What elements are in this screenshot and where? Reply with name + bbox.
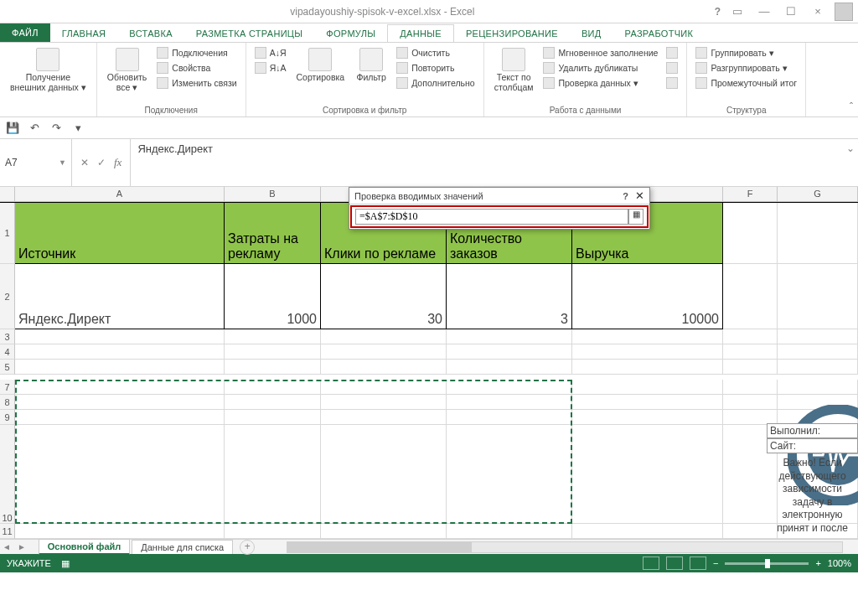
col-header-b[interactable]: B [225,187,321,201]
group-button[interactable]: Группировать ▾ [694,46,799,60]
cell-c2[interactable]: 30 [321,264,447,329]
dialog-range-input[interactable] [355,209,628,225]
minimize-icon[interactable]: — [754,3,774,20]
cell-f1[interactable] [723,203,778,264]
collapse-ribbon-icon[interactable]: ˆ [850,101,853,113]
refresh-all-button[interactable]: Обновить все ▾ [104,46,151,94]
remove-duplicates-button[interactable]: Удалить дубликаты [541,61,659,75]
what-if-button[interactable] [664,61,680,75]
row-header-7[interactable]: 7 [0,380,15,395]
connections-button[interactable]: Подключения [155,46,238,60]
zoom-slider[interactable] [725,562,809,565]
redo-icon[interactable]: ↷ [49,121,64,136]
cell-b2[interactable]: 1000 [225,264,321,329]
sort-button[interactable]: Сортировка [293,46,349,85]
ribbon-display-icon[interactable]: ▭ [727,3,747,20]
flash-fill-icon [543,47,555,59]
tab-file[interactable]: ФАЙЛ [0,23,50,42]
maximize-icon[interactable]: ☐ [781,3,801,20]
add-sheet-button[interactable]: + [240,540,255,555]
close-icon[interactable]: × [808,3,828,20]
expand-formula-bar-icon[interactable]: ⌄ [843,139,858,186]
edit-links-button[interactable]: Изменить связи [155,76,238,90]
sort-desc-button[interactable]: Я↓А [253,61,288,75]
zoom-in-icon[interactable]: + [815,558,820,568]
namebox-dropdown-icon[interactable]: ▼ [59,158,66,167]
zoom-out-icon[interactable]: − [713,558,718,568]
sheet-nav-next-icon[interactable]: ► [15,542,28,551]
zoom-level[interactable]: 100% [828,558,851,568]
row-header-9[interactable]: 9 [0,410,15,425]
consolidate-button[interactable] [664,46,680,60]
cell-a7[interactable] [15,380,225,395]
tab-review[interactable]: РЕЦЕНЗИРОВАНИЕ [454,25,570,42]
worksheet-tab-bar: ◄ ► Основной файл Данные для списка + [0,539,858,554]
view-normal-icon[interactable] [643,556,659,570]
col-header-f[interactable]: F [723,187,778,201]
cell-a3[interactable] [15,329,225,344]
tab-home[interactable]: ГЛАВНАЯ [50,25,118,42]
data-validation-button[interactable]: Проверка данных ▾ [541,76,659,90]
col-header-g[interactable]: G [778,187,858,201]
dialog-close-icon[interactable]: ✕ [635,189,644,202]
account-avatar[interactable] [835,3,853,21]
cell-a2[interactable]: Яндекс.Директ [15,264,225,329]
sheet-tab-list-data[interactable]: Данные для списка [132,540,233,554]
name-box[interactable]: A7 ▼ [0,139,72,186]
row-header-3[interactable]: 3 [0,329,15,344]
row-header-8[interactable]: 8 [0,395,15,410]
horizontal-scrollbar[interactable] [287,541,843,553]
clear-filter-button[interactable]: Очистить [395,46,477,60]
view-page-break-icon[interactable] [690,556,706,570]
macro-record-icon[interactable]: ▦ [61,558,70,569]
save-icon[interactable]: 💾 [5,121,20,136]
properties-button[interactable]: Свойства [155,61,238,75]
col-header-a[interactable]: A [15,187,225,201]
formula-input[interactable]: Яндекс.Директ [131,139,843,186]
tab-developer[interactable]: РАЗРАБОТЧИК [612,25,705,42]
row-header-11[interactable]: 11 [0,524,15,539]
row-header-2[interactable]: 2 [0,264,15,329]
cell-g1[interactable] [778,203,858,264]
subtotal-button[interactable]: Промежуточный итог [694,76,799,90]
cell-d2[interactable]: 3 [447,264,572,329]
accept-formula-icon[interactable]: ✓ [97,157,106,168]
dialog-help-icon[interactable]: ? [623,191,628,201]
filter-button[interactable]: Фильтр [353,46,390,85]
cell-e2[interactable]: 10000 [572,264,723,329]
row-header-4[interactable]: 4 [0,344,15,360]
ungroup-button[interactable]: Разгруппировать ▾ [694,61,799,75]
cell-a1[interactable]: Источник [15,203,225,264]
spreadsheet-grid[interactable]: A B C D E F G 1 Источник Затраты на рекл… [0,187,858,539]
help-icon[interactable]: ? [715,6,721,18]
reapply-button[interactable]: Повторить [395,61,477,75]
relations-button[interactable] [664,76,680,90]
undo-icon[interactable]: ↶ [27,121,42,136]
tab-page-layout[interactable]: РАЗМЕТКА СТРАНИЦЫ [184,25,315,42]
sheet-tab-main[interactable]: Основной файл [39,539,130,555]
cell-b1[interactable]: Затраты на рекламу [225,203,321,264]
refresh-icon [116,48,139,71]
text-to-columns-button[interactable]: Текст по столбцам [491,46,537,94]
tab-formulas[interactable]: ФОРМУЛЫ [314,25,387,42]
cell-g2[interactable] [778,264,858,329]
tab-view[interactable]: ВИД [570,25,613,42]
fx-icon[interactable]: fx [114,156,121,169]
qat-customize-icon[interactable]: ▾ [70,121,85,136]
sheet-nav-prev-icon[interactable]: ◄ [0,542,13,551]
sort-asc-button[interactable]: А↓Я [253,46,288,60]
cancel-formula-icon[interactable]: ✕ [80,157,89,168]
advanced-filter-button[interactable]: Дополнительно [395,76,477,90]
row-header-5[interactable]: 5 [0,360,15,375]
view-page-layout-icon[interactable] [666,556,683,570]
tab-insert[interactable]: ВСТАВКА [117,25,183,42]
tab-data[interactable]: ДАННЫЕ [387,24,454,43]
flash-fill-button[interactable]: Мгновенное заполнение [541,46,659,60]
select-all-corner[interactable] [0,187,15,201]
cell-f2[interactable] [723,264,778,329]
dialog-expand-icon[interactable]: ▦ [628,209,644,225]
row-header-10[interactable]: 10 [0,425,15,524]
data-validation-dialog[interactable]: Проверка вводимых значений ? ✕ ▦ [349,187,650,230]
get-external-data-button[interactable]: Получение внешних данных ▾ [7,46,90,94]
row-header-1[interactable]: 1 [0,203,15,264]
